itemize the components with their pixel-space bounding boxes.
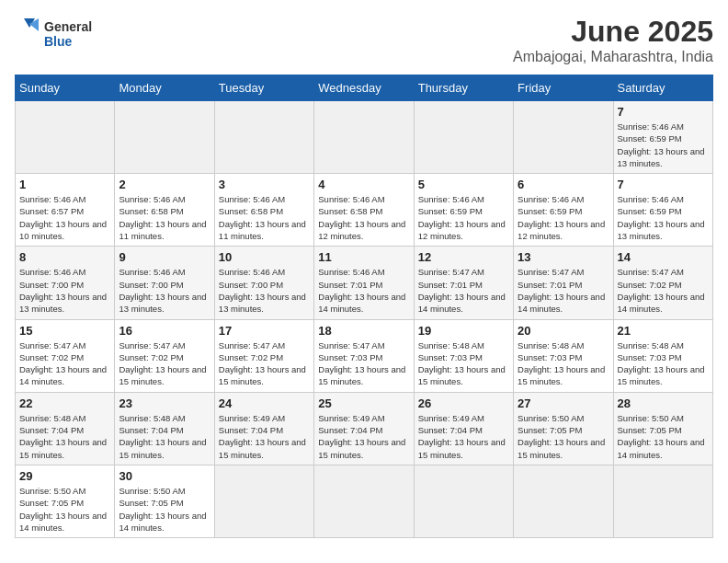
day-info: Sunrise: 5:46 AMSunset: 6:58 PMDaylight:… xyxy=(318,193,409,242)
day-number: 2 xyxy=(119,178,210,191)
day-info: Sunrise: 5:47 AMSunset: 7:03 PMDaylight:… xyxy=(318,339,409,388)
calendar-cell xyxy=(214,465,313,537)
day-number: 25 xyxy=(318,396,409,410)
day-info: Sunrise: 5:47 AMSunset: 7:01 PMDaylight:… xyxy=(418,266,509,315)
day-info: Sunrise: 5:50 AMSunset: 7:05 PMDaylight:… xyxy=(518,412,609,461)
calendar-cell: 8Sunrise: 5:46 AMSunset: 7:00 PMDaylight… xyxy=(16,247,115,319)
day-info: Sunrise: 5:48 AMSunset: 7:03 PMDaylight:… xyxy=(418,339,509,388)
calendar-row-1: 1Sunrise: 5:46 AMSunset: 6:57 PMDaylight… xyxy=(16,174,713,247)
day-number: 16 xyxy=(119,324,210,338)
calendar-cell: 5Sunrise: 5:46 AMSunset: 6:59 PMDaylight… xyxy=(414,174,513,247)
day-info: Sunrise: 5:48 AMSunset: 7:04 PMDaylight:… xyxy=(119,412,210,461)
calendar-cell xyxy=(414,465,513,537)
day-number: 9 xyxy=(119,250,210,264)
day-info: Sunrise: 5:48 AMSunset: 7:03 PMDaylight:… xyxy=(618,339,709,388)
calendar-cell: 24Sunrise: 5:49 AMSunset: 7:04 PMDayligh… xyxy=(214,392,313,465)
day-number: 17 xyxy=(219,324,310,338)
calendar-cell: 12Sunrise: 5:47 AMSunset: 7:01 PMDayligh… xyxy=(414,247,513,319)
day-info: Sunrise: 5:49 AMSunset: 7:04 PMDaylight:… xyxy=(318,412,409,461)
day-number: 6 xyxy=(518,178,609,191)
day-info: Sunrise: 5:47 AMSunset: 7:02 PMDaylight:… xyxy=(219,339,310,388)
calendar-row-3: 15Sunrise: 5:47 AMSunset: 7:02 PMDayligh… xyxy=(16,319,713,392)
day-info: Sunrise: 5:47 AMSunset: 7:02 PMDaylight:… xyxy=(19,339,110,388)
calendar-cell: 21Sunrise: 5:48 AMSunset: 7:03 PMDayligh… xyxy=(613,319,712,392)
calendar-cell xyxy=(514,465,613,537)
day-number: 3 xyxy=(219,178,310,191)
day-info: Sunrise: 5:49 AMSunset: 7:04 PMDaylight:… xyxy=(418,412,509,461)
day-info: Sunrise: 5:46 AMSunset: 7:00 PMDaylight:… xyxy=(19,266,110,315)
calendar-cell: 28Sunrise: 5:50 AMSunset: 7:05 PMDayligh… xyxy=(613,392,712,465)
calendar-cell: 18Sunrise: 5:47 AMSunset: 7:03 PMDayligh… xyxy=(314,319,414,392)
calendar-cell: 15Sunrise: 5:47 AMSunset: 7:02 PMDayligh… xyxy=(16,319,115,392)
svg-text:General: General xyxy=(44,19,92,34)
calendar-cell: 6Sunrise: 5:46 AMSunset: 6:59 PMDaylight… xyxy=(514,174,613,247)
header-friday: Friday xyxy=(514,75,613,101)
day-info: Sunrise: 5:49 AMSunset: 7:04 PMDaylight:… xyxy=(219,412,310,461)
day-info: Sunrise: 5:50 AMSunset: 7:05 PMDaylight:… xyxy=(19,485,110,534)
day-number: 4 xyxy=(318,178,409,191)
day-info: Sunrise: 5:47 AMSunset: 7:01 PMDaylight:… xyxy=(518,266,609,315)
day-number: 23 xyxy=(119,396,210,410)
day-info: Sunrise: 5:48 AMSunset: 7:04 PMDaylight:… xyxy=(19,412,110,461)
day-number: 22 xyxy=(19,396,110,410)
calendar-cell: 14Sunrise: 5:47 AMSunset: 7:02 PMDayligh… xyxy=(613,247,712,319)
day-number: 26 xyxy=(418,396,509,410)
day-number: 13 xyxy=(518,250,609,264)
calendar-cell: 26Sunrise: 5:49 AMSunset: 7:04 PMDayligh… xyxy=(414,392,513,465)
day-number: 24 xyxy=(219,396,310,410)
day-info: Sunrise: 5:46 AMSunset: 6:59 PMDaylight:… xyxy=(618,121,709,169)
day-number: 7 xyxy=(618,178,709,191)
calendar-row-4: 22Sunrise: 5:48 AMSunset: 7:04 PMDayligh… xyxy=(16,392,713,465)
calendar-cell: 13Sunrise: 5:47 AMSunset: 7:01 PMDayligh… xyxy=(514,247,613,319)
day-info: Sunrise: 5:46 AMSunset: 6:58 PMDaylight:… xyxy=(219,193,310,242)
location-title: Ambajogai, Maharashtra, India xyxy=(513,49,713,65)
calendar-cell xyxy=(613,465,712,537)
day-number: 18 xyxy=(318,324,409,338)
logo: General Blue xyxy=(15,15,97,55)
header-sunday: Sunday xyxy=(16,75,115,101)
calendar-row-5: 29Sunrise: 5:50 AMSunset: 7:05 PMDayligh… xyxy=(16,465,713,537)
day-number: 12 xyxy=(418,250,509,264)
day-number: 28 xyxy=(618,396,709,410)
calendar-cell: 29Sunrise: 5:50 AMSunset: 7:05 PMDayligh… xyxy=(16,465,115,537)
calendar-cell: 2Sunrise: 5:46 AMSunset: 6:58 PMDaylight… xyxy=(115,174,214,247)
day-info: Sunrise: 5:46 AMSunset: 7:00 PMDaylight:… xyxy=(219,266,310,315)
calendar-cell: 10Sunrise: 5:46 AMSunset: 7:00 PMDayligh… xyxy=(214,247,313,319)
day-number: 15 xyxy=(19,324,110,338)
day-info: Sunrise: 5:50 AMSunset: 7:05 PMDaylight:… xyxy=(119,485,210,534)
calendar-cell: 16Sunrise: 5:47 AMSunset: 7:02 PMDayligh… xyxy=(115,319,214,392)
header-tuesday: Tuesday xyxy=(214,75,313,101)
day-number: 10 xyxy=(219,250,310,264)
calendar-table: Sunday Monday Tuesday Wednesday Thursday… xyxy=(15,75,713,538)
svg-text:Blue: Blue xyxy=(44,34,73,49)
day-info: Sunrise: 5:46 AMSunset: 6:59 PMDaylight:… xyxy=(418,193,509,242)
day-info: Sunrise: 5:46 AMSunset: 6:57 PMDaylight:… xyxy=(19,193,110,242)
day-number: 20 xyxy=(518,324,609,338)
day-info: Sunrise: 5:50 AMSunset: 7:05 PMDaylight:… xyxy=(618,412,709,461)
header-thursday: Thursday xyxy=(414,75,513,101)
header-wednesday: Wednesday xyxy=(314,75,414,101)
day-info: Sunrise: 5:46 AMSunset: 6:58 PMDaylight:… xyxy=(119,193,210,242)
day-info: Sunrise: 5:46 AMSunset: 7:01 PMDaylight:… xyxy=(318,266,409,315)
calendar-cell: 30Sunrise: 5:50 AMSunset: 7:05 PMDayligh… xyxy=(115,465,214,537)
page-header: General Blue June 2025 Ambajogai, Mahara… xyxy=(15,15,713,65)
calendar-cell: 3Sunrise: 5:46 AMSunset: 6:58 PMDaylight… xyxy=(214,174,313,247)
calendar-cell: 25Sunrise: 5:49 AMSunset: 7:04 PMDayligh… xyxy=(314,392,414,465)
calendar-cell: 22Sunrise: 5:48 AMSunset: 7:04 PMDayligh… xyxy=(16,392,115,465)
day-number: 27 xyxy=(518,396,609,410)
day-number: 8 xyxy=(19,250,110,264)
calendar-cell: 17Sunrise: 5:47 AMSunset: 7:02 PMDayligh… xyxy=(214,319,313,392)
calendar-cell xyxy=(514,101,613,174)
day-number: 11 xyxy=(318,250,409,264)
calendar-row-0: 7Sunrise: 5:46 AMSunset: 6:59 PMDaylight… xyxy=(16,101,713,174)
day-number: 21 xyxy=(618,324,709,338)
title-area: June 2025 Ambajogai, Maharashtra, India xyxy=(513,15,713,65)
day-number: 5 xyxy=(418,178,509,191)
day-info: Sunrise: 5:46 AMSunset: 6:59 PMDaylight:… xyxy=(518,193,609,242)
day-number: 14 xyxy=(618,250,709,264)
calendar-cell: 20Sunrise: 5:48 AMSunset: 7:03 PMDayligh… xyxy=(514,319,613,392)
calendar-cell: 11Sunrise: 5:46 AMSunset: 7:01 PMDayligh… xyxy=(314,247,414,319)
calendar-cell: 9Sunrise: 5:46 AMSunset: 7:00 PMDaylight… xyxy=(115,247,214,319)
calendar-cell: 7Sunrise: 5:46 AMSunset: 6:59 PMDaylight… xyxy=(613,174,712,247)
calendar-cell xyxy=(314,101,414,174)
